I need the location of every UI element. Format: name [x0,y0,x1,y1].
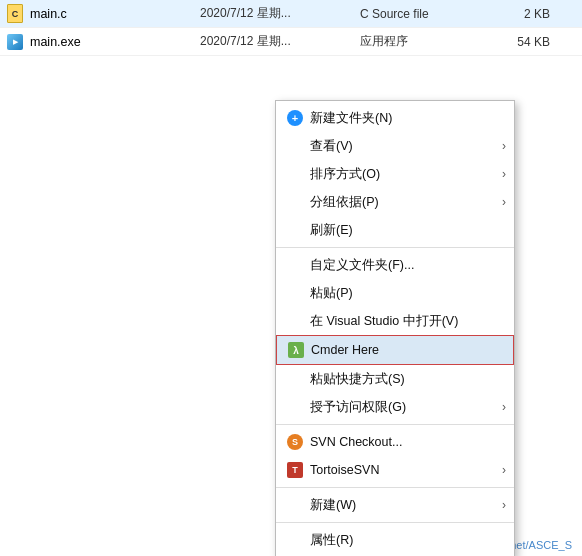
file-date-main-c: 2020/7/12 星期... [200,5,360,22]
file-size-main-exe: 54 KB [480,35,560,49]
menu-item-group-by[interactable]: 分组依据(P) › [276,188,514,216]
paste-icon [286,284,304,302]
separator-1 [276,247,514,248]
c-file-icon [6,5,24,23]
visual-studio-icon [286,312,304,330]
menu-item-customize-folder[interactable]: 自定义文件夹(F)... [276,251,514,279]
file-name-main-exe: main.exe [0,33,200,51]
file-type-main-exe: 应用程序 [360,33,480,50]
refresh-icon [286,221,304,239]
menu-item-paste[interactable]: 粘贴(P) [276,279,514,307]
menu-item-access-permissions[interactable]: 授予访问权限(G) › [276,393,514,421]
new-icon [286,496,304,514]
submenu-arrow-view: › [502,139,506,153]
submenu-arrow-new: › [502,498,506,512]
cmder-icon [287,341,305,359]
tortoisesvn-icon [286,461,304,479]
submenu-arrow-group: › [502,195,506,209]
file-size-main-c: 2 KB [480,7,560,21]
menu-item-new-folder[interactable]: 新建文件夹(N) [276,104,514,132]
separator-2 [276,424,514,425]
file-name-main-c: main.c [0,5,200,23]
exe-file-icon [6,33,24,51]
properties-icon [286,531,304,549]
view-icon [286,137,304,155]
menu-item-svn-checkout[interactable]: SVN Checkout... [276,428,514,456]
circle-plus-icon [286,109,304,127]
menu-item-open-vs[interactable]: 在 Visual Studio 中打开(V) [276,307,514,335]
access-icon [286,398,304,416]
menu-item-paste-shortcut[interactable]: 粘贴快捷方式(S) [276,365,514,393]
file-type-main-c: C Source file [360,7,480,21]
submenu-arrow-tortoise: › [502,463,506,477]
svn-checkout-icon [286,433,304,451]
menu-item-properties[interactable]: 属性(R) [276,526,514,554]
paste-shortcut-icon [286,370,304,388]
separator-4 [276,522,514,523]
submenu-arrow-access: › [502,400,506,414]
menu-item-sort-by[interactable]: 排序方式(O) › [276,160,514,188]
customize-folder-icon [286,256,304,274]
file-row-main-exe[interactable]: main.exe 2020/7/12 星期... 应用程序 54 KB [0,28,582,56]
separator-3 [276,487,514,488]
menu-item-refresh[interactable]: 刷新(E) [276,216,514,244]
menu-item-cmder-here[interactable]: Cmder Here [276,335,514,365]
context-menu: 新建文件夹(N) 查看(V) › 排序方式(O) › 分组依据(P) › 刷新(… [275,100,515,556]
menu-item-new[interactable]: 新建(W) › [276,491,514,519]
menu-item-tortoisesvn[interactable]: TortoiseSVN › [276,456,514,484]
file-date-main-exe: 2020/7/12 星期... [200,33,360,50]
submenu-arrow-sort: › [502,167,506,181]
menu-item-view[interactable]: 查看(V) › [276,132,514,160]
sort-icon [286,165,304,183]
file-row-main-c[interactable]: main.c 2020/7/12 星期... C Source file 2 K… [0,0,582,28]
group-icon [286,193,304,211]
